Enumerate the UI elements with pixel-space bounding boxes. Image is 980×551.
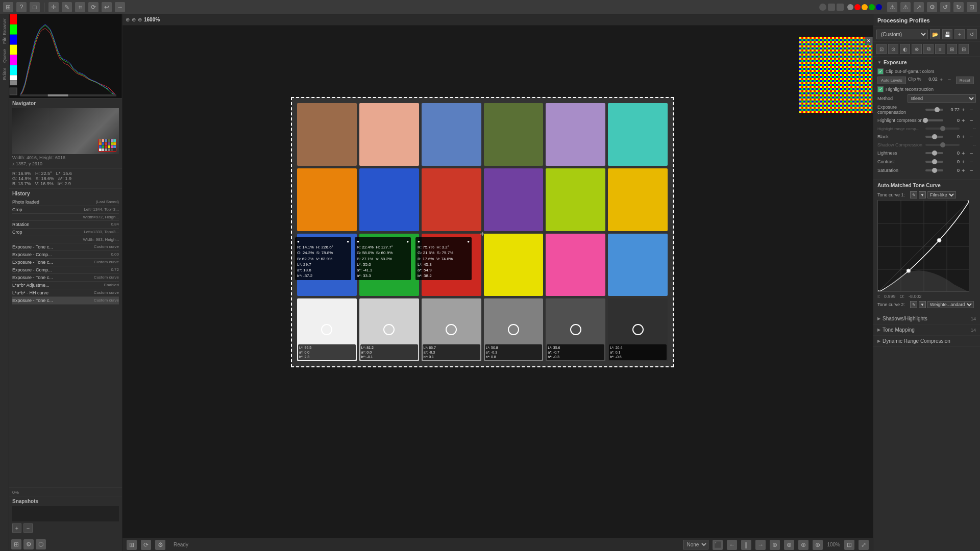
nav-icon-3[interactable]: ‖	[741, 540, 751, 550]
history-item[interactable]: Exposure - Tone c...Custom curve	[12, 274, 119, 282]
black-plus[interactable]: +	[962, 134, 968, 140]
tc2-icon[interactable]: ✎	[910, 301, 917, 308]
black-minus[interactable]: −	[970, 134, 976, 140]
nav-icon-4[interactable]: →	[755, 540, 766, 550]
nav-icon-8[interactable]: ⊕	[813, 540, 823, 550]
contrast-plus[interactable]: +	[962, 159, 968, 165]
contrast-minus[interactable]: −	[970, 159, 976, 165]
ri-2[interactable]: ⊙	[888, 44, 898, 54]
fit-icon[interactable]: ⊡	[844, 540, 854, 550]
left-bottom-icon-1[interactable]: ⊞	[11, 539, 21, 549]
nav-icon-1[interactable]: ⬛	[713, 540, 723, 550]
history-item[interactable]: CropLeft=1344, Top=3...	[12, 206, 119, 214]
toolbar-export-icon[interactable]: ↗	[914, 2, 924, 12]
toolbar-icon-5[interactable]: ✎	[62, 2, 72, 12]
toolbar-icon-9[interactable]: →	[115, 2, 125, 12]
status-icon-1[interactable]: ⊞	[127, 540, 137, 550]
image-viewport[interactable]: L*: 96.5a*: 0.0b*: 2.3L*: 81.2a*: 0.0b*:…	[122, 26, 873, 538]
history-item[interactable]: Width=983, Heigh...	[12, 236, 119, 243]
ri-3[interactable]: ◐	[900, 44, 910, 54]
profile-icon-2[interactable]: 💾	[942, 29, 952, 39]
left-bottom-icon-2[interactable]: ⚙	[23, 539, 34, 549]
history-item[interactable]: L*a*b* - HH curveCustom curve	[12, 289, 119, 297]
toolbar-redo-icon[interactable]: ↻	[953, 2, 964, 12]
lightness-slider[interactable]	[925, 152, 943, 154]
toolbar-icon-2[interactable]: ?	[16, 2, 27, 12]
ec-minus[interactable]: −	[970, 107, 976, 113]
snapshot-remove-btn[interactable]: −	[23, 523, 33, 533]
nav-icon-7[interactable]: ⊕	[798, 540, 808, 550]
toolbar-icon-1[interactable]: ⊞	[3, 2, 13, 12]
history-item[interactable]: CropLeft=1333, Top=3...	[12, 229, 119, 236]
toolbar-extra-icon[interactable]: ⊡	[967, 2, 977, 12]
history-item[interactable]: Exposure - Tone c...Custom curve	[12, 297, 119, 305]
toolbar-alert-icon[interactable]: ⚠	[900, 2, 911, 12]
history-item[interactable]: Exposure - Comp...0.00	[12, 251, 119, 259]
method-dropdown[interactable]: Blend	[908, 94, 976, 103]
ec-plus[interactable]: +	[962, 107, 968, 113]
fullscreen-icon[interactable]: ⤢	[859, 540, 869, 550]
nav-icon-6[interactable]: ⊕	[784, 540, 794, 550]
reset-btn[interactable]: Reset	[956, 77, 974, 84]
vtab-filebrowser[interactable]: File Browser	[1, 16, 8, 46]
tc2-select[interactable]: Weighte...andard	[927, 301, 974, 308]
zoom-icon-1[interactable]: ⊕	[126, 17, 130, 22]
none-dropdown[interactable]: None	[683, 540, 708, 549]
status-icon-3[interactable]: ⚙	[155, 540, 165, 550]
status-icon-2[interactable]: ⟳	[141, 540, 151, 550]
profile-icon-4[interactable]: ↺	[967, 29, 977, 39]
auto-levels-btn[interactable]: Auto Levels	[877, 77, 906, 84]
hc-plus[interactable]: +	[962, 117, 968, 123]
lightness-plus[interactable]: +	[962, 150, 968, 156]
nav-icon-5[interactable]: ⊕	[770, 540, 780, 550]
dynamic-range-title[interactable]: ▶ Dynamic Range Compression	[877, 338, 976, 344]
toolbar-undo-icon[interactable]: ↺	[940, 2, 950, 12]
history-item[interactable]: Rotation0.84	[12, 221, 119, 229]
toolbar-icon-6[interactable]: ⌗	[75, 2, 85, 12]
zoom-icon-2[interactable]: ⊕	[132, 17, 136, 22]
history-item[interactable]: Width=972, Heigh...	[12, 214, 119, 221]
profile-icon-3[interactable]: +	[954, 29, 965, 39]
nav-icon-2[interactable]: ←	[727, 540, 737, 550]
vtab-queue[interactable]: Queue	[1, 47, 8, 65]
shadows-highlights-title[interactable]: ▶ Shadows/Highlights 14	[877, 316, 976, 321]
vtab-editor[interactable]: Editor	[1, 66, 8, 82]
history-item[interactable]: L*a*b* Adjustme...Enabled	[12, 282, 119, 289]
tc1-preset-icon[interactable]: ▼	[919, 191, 926, 198]
hc-slider[interactable]	[925, 119, 943, 121]
highlight-checkbox[interactable]: ✓	[877, 86, 884, 92]
toolbar-icon-4[interactable]: ✛	[48, 2, 59, 12]
ri-5[interactable]: ⧉	[923, 44, 934, 54]
history-item[interactable]: Exposure - Comp...0.72	[12, 266, 119, 274]
clip-minus[interactable]: −	[948, 77, 954, 84]
toolbar-icon-3[interactable]: □	[30, 2, 40, 12]
toolbar-icon-7[interactable]: ⟳	[88, 2, 99, 12]
ri-8[interactable]: ⊟	[959, 44, 969, 54]
history-item[interactable]: Exposure - Tone c...Custom curve	[12, 259, 119, 266]
ri-7[interactable]: ⊞	[947, 44, 957, 54]
toolbar-warn-icon[interactable]: ⚠	[887, 2, 897, 12]
history-item[interactable]: Photo loaded(Last Saved)	[12, 198, 119, 206]
snapshot-add-btn[interactable]: +	[12, 523, 21, 533]
saturation-slider[interactable]	[925, 169, 943, 171]
preview-close-btn[interactable]: ✕	[865, 37, 872, 44]
left-bottom-icon-3[interactable]: ⬡	[36, 539, 46, 549]
hc-minus[interactable]: −	[970, 117, 976, 123]
ri-1[interactable]: ⊡	[876, 44, 887, 54]
contrast-slider[interactable]	[925, 161, 943, 163]
saturation-plus[interactable]: +	[962, 167, 968, 173]
ri-6[interactable]: ≡	[935, 44, 945, 54]
lightness-minus[interactable]: −	[970, 150, 976, 156]
tc1-select[interactable]: Film-like	[927, 191, 956, 198]
ec-slider[interactable]	[925, 109, 943, 111]
clip-gamut-checkbox[interactable]: ✓	[877, 68, 884, 74]
saturation-minus[interactable]: −	[970, 167, 976, 173]
zoom-icon-3[interactable]: ⊕	[138, 17, 142, 22]
profile-icon-1[interactable]: 📂	[930, 29, 940, 39]
toolbar-icon-8[interactable]: ↩	[102, 2, 112, 12]
history-item[interactable]: Exposure - Tone c...Custom curve	[12, 243, 119, 251]
profile-dropdown[interactable]: (Custom)	[876, 30, 928, 39]
tone-mapping-title[interactable]: ▶ Tone Mapping 14	[877, 327, 976, 333]
toolbar-settings-icon[interactable]: ⚙	[927, 2, 937, 12]
clip-plus[interactable]: +	[940, 77, 946, 84]
